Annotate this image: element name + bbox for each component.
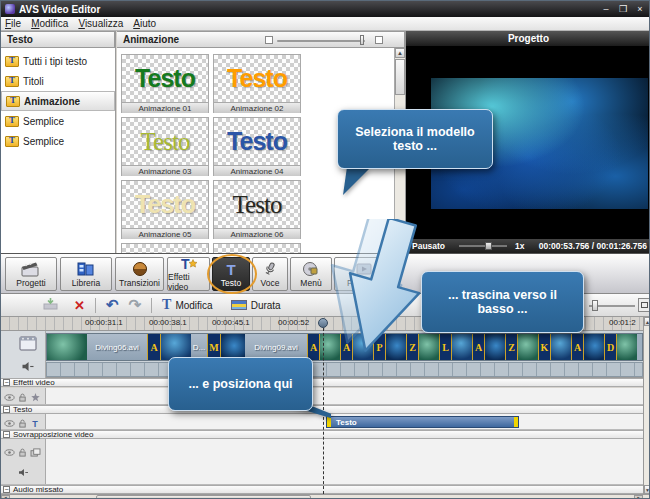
animation-tile-8[interactable]: TestoAnimazione 08 <box>213 243 301 253</box>
animation-tile-label: Animazione 01 <box>122 102 208 113</box>
modifica-button[interactable]: Modifica <box>175 300 212 311</box>
video-clip-thumbnail <box>617 334 637 360</box>
redo-icon[interactable]: ↷ <box>128 300 141 310</box>
menu-file[interactable]: File <box>5 18 21 29</box>
close-button[interactable]: × <box>633 4 647 15</box>
hscroll-thumb[interactable] <box>96 495 311 499</box>
toolbar-button-transizioni[interactable]: Transizioni <box>115 257 164 291</box>
sidebar-item-semplice[interactable]: TSemplice <box>1 131 115 151</box>
app-icon <box>5 4 15 14</box>
animation-tile-1[interactable]: TestoAnimazione 01 <box>121 54 209 113</box>
toolbar-button-label: Progetti <box>16 278 45 288</box>
durata-button[interactable]: Durata <box>251 300 281 311</box>
section-effetti-video[interactable]: −Effetti video <box>1 378 650 387</box>
toolbar-button-voce[interactable]: Voce <box>252 257 288 291</box>
callout-select-template: Seleziona il modello testo ... <box>337 109 493 169</box>
timeline-vertical-scrollbar[interactable]: ▲ ▼ <box>643 317 650 494</box>
text-clip[interactable]: Testo <box>326 416 519 428</box>
effects-track-controls <box>1 388 46 404</box>
transition-icon: A <box>571 334 584 360</box>
sidebar-item-titoli[interactable]: TTitoli <box>1 71 115 91</box>
animation-tile-6[interactable]: TestoAnimazione 06 <box>213 180 301 239</box>
animation-tile-label: Animazione 04 <box>214 165 300 176</box>
video-effects-icon: T <box>179 256 199 272</box>
video-clip-thumbnail <box>452 334 472 360</box>
video-clip-thumbnail <box>518 334 538 360</box>
svg-text:T: T <box>181 256 190 272</box>
effects-icon <box>30 388 41 406</box>
sidebar-item-tutti-i-tipi-testo[interactable]: TTutti i tipi testo <box>1 51 115 71</box>
overlay-track[interactable] <box>1 439 650 485</box>
transition-icon: A <box>472 334 485 360</box>
animation-tile-7[interactable]: TestoAnimazione 07 <box>121 243 209 253</box>
transition-icon: A <box>307 334 320 360</box>
video-clip-thumbnail <box>584 334 604 360</box>
callout-position-here: ... e posiziona qui <box>168 357 313 411</box>
animation-tile-5[interactable]: TestoAnimazione 05 <box>121 180 209 239</box>
animation-thumbnail: Testo <box>214 118 300 165</box>
speed-slider-handle[interactable] <box>485 242 492 250</box>
menu-modifica[interactable]: Modifica <box>31 18 68 29</box>
fit-timeline-icon[interactable] <box>638 298 650 312</box>
scroll-left-icon[interactable]: ◄ <box>1 495 10 499</box>
collapse-icon[interactable]: − <box>3 379 10 386</box>
gallery-scroll-thumb[interactable] <box>395 59 405 95</box>
sidebar-item-label: Semplice <box>23 116 64 127</box>
film-icon <box>19 336 37 351</box>
gallery-zoom-handle[interactable] <box>360 35 364 45</box>
split-clip-icon[interactable] <box>43 296 58 314</box>
menu-aiuto[interactable]: Aiuto <box>133 18 156 29</box>
toolbar-button-label: Effetti video <box>168 272 209 292</box>
section-audio-missato[interactable]: −Audio missato <box>1 485 650 494</box>
sidebar-item-semplice[interactable]: TSemplice <box>1 111 115 131</box>
maximize-button[interactable]: ❒ <box>616 4 630 15</box>
gallery-zoom-slider[interactable] <box>277 40 365 42</box>
scroll-up-icon[interactable]: ▲ <box>395 48 405 58</box>
collapse-icon[interactable]: − <box>3 431 10 438</box>
scroll-right-icon[interactable]: ► <box>634 495 643 499</box>
mute-speaker-icon[interactable] <box>18 463 29 481</box>
toolbar-button-libreria[interactable]: Libreria <box>60 257 112 291</box>
mute-speaker-icon[interactable] <box>21 361 35 372</box>
toolbar-button-effetti-video[interactable]: TEffetti video <box>167 257 210 291</box>
visibility-icon[interactable] <box>4 388 15 406</box>
lock-icon[interactable] <box>17 443 28 461</box>
visibility-icon[interactable] <box>4 443 15 461</box>
lock-icon[interactable] <box>17 388 28 406</box>
collapse-icon[interactable]: − <box>3 486 10 493</box>
sample-text: Testo <box>227 127 287 156</box>
menu-visualizza[interactable]: Visualizza <box>78 18 123 29</box>
preview-header: Progetto <box>406 31 650 46</box>
view-mode-icon[interactable] <box>375 36 383 44</box>
timeline-zoom-handle[interactable] <box>592 300 598 311</box>
delete-icon[interactable]: ✕ <box>74 298 85 313</box>
sidebar-item-animazione[interactable]: TAnimazione <box>1 91 115 111</box>
animation-tile-3[interactable]: TestoAnimazione 03 <box>121 117 209 176</box>
scroll-down-icon[interactable]: ▼ <box>644 485 650 494</box>
ruler-timestamp: 00:01:2 <box>609 318 636 327</box>
toolbar-button-testo[interactable]: TTesto <box>212 257 250 291</box>
sample-text: Testo <box>135 64 195 93</box>
zoom-out-icon[interactable] <box>265 36 273 44</box>
video-audio-strip[interactable] <box>46 362 643 377</box>
playback-speed: 1x <box>515 241 524 251</box>
section-sovrapposizione[interactable]: −Sovrapposizione video <box>1 430 650 439</box>
projects-icon <box>21 261 41 278</box>
callout-drag-down: ... trascina verso il basso ... <box>421 271 584 333</box>
undo-icon[interactable]: ↶ <box>106 300 119 310</box>
toolbar-button-label: Transizioni <box>119 278 160 288</box>
scroll-up-icon[interactable]: ▲ <box>644 317 650 326</box>
toolbar-button-progetti[interactable]: Progetti <box>5 257 57 291</box>
collapse-icon[interactable]: − <box>3 406 10 413</box>
animation-thumbnail: Testo <box>122 244 208 253</box>
animation-tile-4[interactable]: TestoAnimazione 04 <box>213 117 301 176</box>
animation-thumbnail: Testo <box>214 244 300 253</box>
overlay-icon <box>30 443 41 461</box>
sidebar-item-label: Tutti i tipi testo <box>23 56 87 67</box>
animation-tile-2[interactable]: TestoAnimazione 02 <box>213 54 301 113</box>
speed-slider[interactable] <box>459 245 507 247</box>
minimize-button[interactable]: – <box>599 4 613 15</box>
timeline-horizontal-scrollbar[interactable]: ◄ ► <box>1 494 650 499</box>
window-title: AVS Video Editor <box>19 4 100 15</box>
video-clip-thumbnail <box>551 334 571 360</box>
